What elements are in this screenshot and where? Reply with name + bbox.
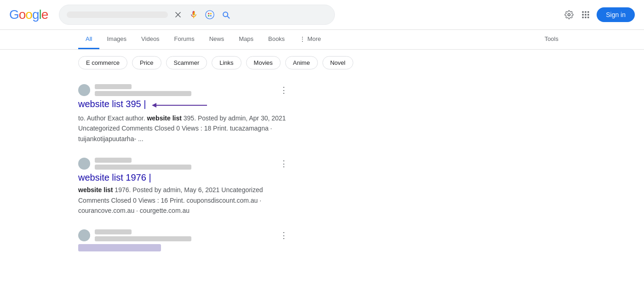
tab-videos[interactable]: Videos <box>134 30 167 49</box>
search-bar <box>59 5 335 25</box>
header: Google <box>0 0 644 30</box>
logo-letter-o2: o <box>25 7 32 22</box>
svg-rect-1 <box>585 11 586 13</box>
result-url-2 <box>95 165 191 170</box>
gear-icon <box>564 10 574 19</box>
favicon-1 <box>78 84 90 96</box>
result-meta-2: ⋮ <box>78 157 290 171</box>
logo-letter-o1: o <box>19 7 26 22</box>
result-title-2[interactable]: website list 1976 | <box>78 172 151 183</box>
result-options-button-2[interactable]: ⋮ <box>278 157 290 171</box>
chip-scammer[interactable]: Scammer <box>166 56 207 69</box>
svg-rect-6 <box>582 17 584 18</box>
result-snippet-2: website list 1976. Posted by admin, May … <box>78 185 290 216</box>
tab-books[interactable]: Books <box>261 30 292 49</box>
result-meta-3: ⋮ <box>78 228 290 242</box>
result-url-3 <box>95 236 191 241</box>
tab-tools[interactable]: Tools <box>537 30 566 49</box>
result-options-button-3[interactable]: ⋮ <box>278 228 290 242</box>
lens-search-button[interactable] <box>204 9 216 21</box>
result-item-3: ⋮ <box>78 228 290 253</box>
tab-forums[interactable]: Forums <box>167 30 202 49</box>
svg-rect-7 <box>585 17 586 18</box>
tab-all[interactable]: All <box>78 30 99 49</box>
logo-letter-e: e <box>41 7 48 22</box>
svg-rect-0 <box>582 11 584 13</box>
nav-tabs: All Images Videos Forums News Maps Books… <box>0 30 644 50</box>
settings-button[interactable] <box>564 9 575 20</box>
google-lens-icon <box>205 10 215 20</box>
result-item-1: ⋮ website list 395 | to. Author Exact au… <box>78 83 290 144</box>
logo-letter-g2: g <box>32 7 39 22</box>
clear-icon <box>173 10 183 19</box>
svg-rect-8 <box>587 17 589 18</box>
microphone-icon <box>189 10 198 19</box>
search-input-blurred <box>67 11 168 18</box>
search-icons <box>172 9 231 21</box>
google-logo[interactable]: Google <box>9 7 48 22</box>
tab-more[interactable]: ⋮ More <box>292 30 328 49</box>
result-options-button-1[interactable]: ⋮ <box>278 83 290 97</box>
svg-rect-3 <box>582 14 584 15</box>
tab-news[interactable]: News <box>202 30 232 49</box>
result-meta-1: ⋮ <box>78 83 290 97</box>
chip-movies[interactable]: Movies <box>246 56 281 69</box>
arrow-svg-1 <box>152 101 212 109</box>
result-item-2: ⋮ website list 1976 | website list 1976.… <box>78 157 290 216</box>
result-url-block-1 <box>95 84 273 96</box>
chip-ecommerce[interactable]: E commerce <box>78 56 127 69</box>
svg-rect-4 <box>585 14 586 15</box>
sign-in-button[interactable]: Sign in <box>597 7 635 22</box>
result-title-blurred-3 <box>78 244 161 251</box>
voice-search-button[interactable] <box>188 9 199 20</box>
favicon-2 <box>78 158 90 170</box>
apps-icon <box>581 10 590 19</box>
more-label: More <box>307 35 321 42</box>
tab-maps[interactable]: Maps <box>231 30 261 49</box>
logo-letter-g: G <box>9 7 19 22</box>
result-site-name-2 <box>95 158 132 163</box>
result-url-block-2 <box>95 158 273 170</box>
svg-rect-2 <box>587 11 589 13</box>
result-title-1[interactable]: website list 395 | <box>78 99 146 109</box>
refinement-chips: E commerce Price Scammer Links Movies An… <box>0 50 644 76</box>
header-right: Sign in <box>564 7 635 22</box>
chip-price[interactable]: Price <box>132 56 161 69</box>
arrow-annotation-1 <box>152 101 212 109</box>
search-results: ⋮ website list 395 | to. Author Exact au… <box>0 76 368 274</box>
search-icon <box>221 10 230 19</box>
apps-button[interactable] <box>580 9 591 20</box>
svg-rect-5 <box>587 14 589 15</box>
tab-images[interactable]: Images <box>99 30 134 49</box>
svg-marker-10 <box>152 103 156 108</box>
search-button[interactable] <box>220 9 231 20</box>
chip-novel[interactable]: Novel <box>322 56 353 69</box>
result-site-name-1 <box>95 84 132 89</box>
result-url-1 <box>95 91 191 96</box>
result-title-3[interactable] <box>78 244 161 251</box>
result-snippet-1: to. Author Exact author. website list 39… <box>78 113 290 144</box>
chip-anime[interactable]: Anime <box>285 56 318 69</box>
favicon-3 <box>78 229 90 241</box>
result-url-block-3 <box>95 229 273 241</box>
result-title-link-1[interactable]: website list 395 | <box>78 99 212 111</box>
more-dots-icon: ⋮ <box>299 35 305 42</box>
clear-button[interactable] <box>172 9 184 20</box>
result-site-name-3 <box>95 229 132 234</box>
chip-links[interactable]: Links <box>212 56 241 69</box>
